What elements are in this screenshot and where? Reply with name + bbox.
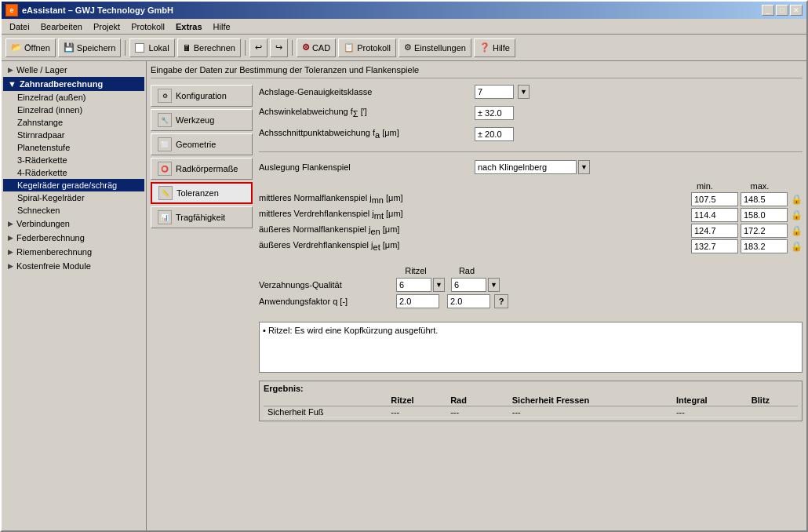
rad-col-header: Rad: [443, 266, 490, 275]
flanken-max-4[interactable]: [741, 239, 788, 253]
sidebar-item-planetenstufe[interactable]: Planetenstufe: [3, 141, 144, 154]
sidebar-item-kostenfreie-module[interactable]: ▶ Kostenfreie Module: [3, 259, 144, 273]
flanken-label-4: äußeres Verdrehflankenspiel jet [μm]: [259, 240, 689, 252]
menu-datei[interactable]: Datei: [5, 21, 35, 32]
sidebar-item-schnecken[interactable]: Schnecken: [3, 204, 144, 217]
results-col-blitz: Blitz: [748, 395, 798, 406]
auslegung-dropdown[interactable]: ▼: [578, 160, 590, 174]
content-body: ⚙ Konfiguration 🔧 Werkzeug ⬜ Geometrie ⭕…: [151, 85, 803, 527]
achslage-row: Achslage-Genauigkeitsklasse ▼: [259, 85, 803, 99]
flanken-max-2[interactable]: [741, 208, 788, 222]
achsschnitt-input[interactable]: [475, 127, 514, 141]
verzahn-rad-dropdown[interactable]: ▼: [488, 278, 500, 292]
help-icon: ❓: [479, 42, 490, 53]
results-header: Ergebnis:: [264, 384, 798, 393]
konfiguration-button[interactable]: ⚙ Konfiguration: [151, 85, 253, 107]
separator-3: [292, 40, 293, 56]
sidebar-item-federberechnung[interactable]: ▶ Federberechnung: [3, 231, 144, 245]
flanken-min-2[interactable]: [691, 208, 738, 222]
flanken-min-3[interactable]: [691, 224, 738, 238]
radkoerpermassse-button[interactable]: ⭕ Radkörpermaße: [151, 158, 253, 180]
menu-hilfe[interactable]: Hilfe: [209, 21, 235, 32]
flanken-label-3: äußeres Normalflankenspiel jen [μm]: [259, 224, 689, 236]
lock-icon-2: 🔒: [790, 209, 803, 221]
open-button[interactable]: 📂 Öffnen: [5, 38, 56, 57]
redo-button[interactable]: ↪: [270, 38, 288, 57]
werkzeug-icon: 🔧: [158, 113, 172, 127]
separator-1: [125, 40, 126, 56]
cad-button[interactable]: ⚙ CAD: [297, 38, 336, 57]
local-checkbox[interactable]: [135, 43, 144, 53]
flanken-min-1[interactable]: [691, 192, 738, 206]
menu-protokoll[interactable]: Protokoll: [126, 21, 169, 32]
protokoll-button[interactable]: 📋 Protokoll: [338, 38, 396, 57]
sidebar-item-spiral-kegelraeder[interactable]: Spiral-Kegelräder: [3, 191, 144, 204]
achslage-input[interactable]: [475, 85, 514, 99]
arrow-icon: ▶: [8, 262, 13, 270]
settings-button[interactable]: ⚙ Einstellungen: [399, 38, 471, 57]
sidebar-item-welle-lager[interactable]: ▶ Welle / Lager: [3, 63, 144, 77]
notes-text: • Ritzel: Es wird eine Kopfkürzung ausge…: [263, 326, 438, 335]
flanken-min-4[interactable]: [691, 239, 738, 253]
flankenspiel-table: min. max. mittleres Normalflankenspiel j…: [259, 181, 803, 255]
app-icon: e: [5, 4, 18, 16]
sidebar-item-3-raederkette[interactable]: 3-Räderkette: [3, 154, 144, 166]
menu-bearbeiten[interactable]: Bearbeiten: [36, 21, 87, 32]
auslegung-row: Auslegung Flankenspiel ▼: [259, 160, 803, 174]
results-col-fressen: Sicherheit Fressen: [508, 395, 672, 406]
achswinkel-input[interactable]: [475, 106, 514, 120]
menu-extras[interactable]: Extras: [171, 21, 207, 32]
achswinkel-row: Achswinkelabweichung fΣ [′]: [259, 106, 803, 120]
verzahn-rad-input[interactable]: [451, 278, 486, 292]
minimize-button[interactable]: _: [762, 5, 774, 16]
anwendung-ritzel-input[interactable]: [396, 294, 439, 308]
geometrie-button[interactable]: ⬜ Geometrie: [151, 133, 253, 155]
toleranzen-button[interactable]: 📏 Toleranzen: [151, 182, 253, 204]
calculate-button[interactable]: 🖩 Berechnen: [177, 38, 241, 57]
sidebar: ▶ Welle / Lager ▼ Zahnradberechnung Einz…: [2, 61, 147, 530]
anwendung-rad-input[interactable]: [447, 294, 490, 308]
local-button[interactable]: Lokal: [129, 38, 174, 57]
flanken-max-3[interactable]: [741, 224, 788, 238]
main-layout: ▶ Welle / Lager ▼ Zahnradberechnung Einz…: [2, 61, 806, 530]
verzahn-label: Verzahnungs-Qualität: [259, 280, 392, 290]
sidebar-item-zahnstange[interactable]: Zahnstange: [3, 116, 144, 129]
verzahn-ritzel-dropdown[interactable]: ▼: [433, 278, 445, 292]
result-ritzel: ---: [387, 406, 446, 418]
sidebar-item-einzelrad-innen[interactable]: Einzelrad (innen): [3, 104, 144, 116]
ritzel-col-header: Ritzel: [392, 266, 439, 275]
sidebar-item-verbindungen[interactable]: ▶ Verbindungen: [3, 217, 144, 231]
results-col-ritzel: Ritzel: [387, 395, 446, 406]
result-integral: ---: [672, 406, 748, 418]
table-row: Sicherheit Fuß --- --- --- ---: [264, 406, 798, 418]
sidebar-item-kegelraeder[interactable]: Kegelräder gerade/schräg: [3, 179, 144, 191]
right-panel: Achslage-Genauigkeitsklasse ▼ Achswinkel…: [259, 85, 803, 527]
sidebar-item-4-raederkette[interactable]: 4-Räderkette: [3, 166, 144, 179]
menu-projekt[interactable]: Projekt: [89, 21, 125, 32]
sidebar-item-riemenberechnung[interactable]: ▶ Riemenberechnung: [3, 245, 144, 259]
close-button[interactable]: ✕: [790, 5, 803, 16]
verzahn-ritzel-input[interactable]: [396, 278, 431, 292]
question-button[interactable]: ?: [494, 294, 508, 308]
auslegung-input[interactable]: [475, 160, 577, 174]
maximize-button[interactable]: □: [776, 5, 788, 16]
werkzeug-button[interactable]: 🔧 Werkzeug: [151, 109, 253, 131]
sidebar-group-zahnrad[interactable]: ▼ Zahnradberechnung: [3, 77, 144, 91]
achslage-dropdown[interactable]: ▼: [518, 85, 530, 99]
flanken-max-1[interactable]: [741, 192, 788, 206]
results-col-empty2: [493, 395, 508, 406]
help-button[interactable]: ❓ Hilfe: [474, 38, 515, 57]
konfiguration-icon: ⚙: [158, 89, 172, 103]
undo-button[interactable]: ↩: [249, 38, 268, 57]
achswinkel-label: Achswinkelabweichung fΣ [′]: [259, 107, 471, 118]
achsschnitt-row: Achsschnittpunktabweichung fa [μm]: [259, 127, 803, 141]
save-button[interactable]: 💾 Speichern: [58, 38, 122, 57]
results-col-empty: [264, 395, 387, 406]
tragfaehigkeit-button[interactable]: 📊 Tragfähigkeit: [151, 206, 253, 228]
separator: [259, 151, 803, 152]
geometrie-icon: ⬜: [158, 137, 172, 151]
main-window: e eAssistant – GWJ Technology GmbH _ □ ✕…: [0, 0, 808, 532]
open-icon: 📂: [11, 42, 22, 53]
sidebar-item-einzelrad-aussen[interactable]: Einzelrad (außen): [3, 91, 144, 104]
sidebar-item-stirnradpaar[interactable]: Stirnradpaar: [3, 129, 144, 141]
